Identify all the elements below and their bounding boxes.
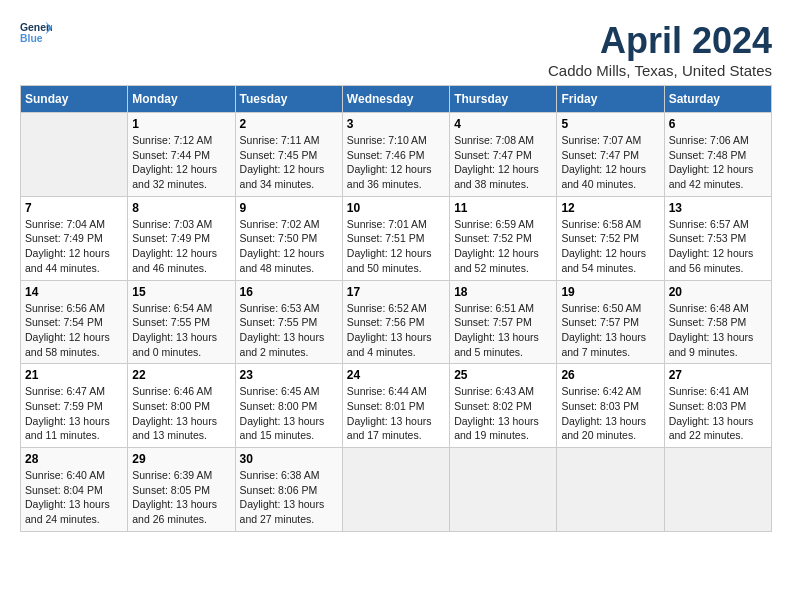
day-number: 19 [561,285,659,299]
day-number: 22 [132,368,230,382]
day-number: 30 [240,452,338,466]
table-row: 13Sunrise: 6:57 AM Sunset: 7:53 PM Dayli… [664,196,771,280]
col-wednesday: Wednesday [342,86,449,113]
table-row: 6Sunrise: 7:06 AM Sunset: 7:48 PM Daylig… [664,113,771,197]
table-row [450,448,557,532]
cell-info: Sunrise: 6:52 AM Sunset: 7:56 PM Dayligh… [347,301,445,360]
day-number: 2 [240,117,338,131]
table-row: 11Sunrise: 6:59 AM Sunset: 7:52 PM Dayli… [450,196,557,280]
table-row: 25Sunrise: 6:43 AM Sunset: 8:02 PM Dayli… [450,364,557,448]
cell-info: Sunrise: 6:56 AM Sunset: 7:54 PM Dayligh… [25,301,123,360]
cell-info: Sunrise: 7:01 AM Sunset: 7:51 PM Dayligh… [347,217,445,276]
day-number: 1 [132,117,230,131]
cell-info: Sunrise: 6:47 AM Sunset: 7:59 PM Dayligh… [25,384,123,443]
page-header: General Blue April 2024 Caddo Mills, Tex… [20,20,772,79]
day-number: 5 [561,117,659,131]
day-number: 27 [669,368,767,382]
table-row: 3Sunrise: 7:10 AM Sunset: 7:46 PM Daylig… [342,113,449,197]
cell-info: Sunrise: 7:12 AM Sunset: 7:44 PM Dayligh… [132,133,230,192]
calendar-week-row: 28Sunrise: 6:40 AM Sunset: 8:04 PM Dayli… [21,448,772,532]
general-blue-logo-icon: General Blue [20,20,52,48]
col-tuesday: Tuesday [235,86,342,113]
title-area: April 2024 Caddo Mills, Texas, United St… [548,20,772,79]
cell-info: Sunrise: 6:51 AM Sunset: 7:57 PM Dayligh… [454,301,552,360]
svg-text:Blue: Blue [20,33,43,44]
col-thursday: Thursday [450,86,557,113]
table-row: 27Sunrise: 6:41 AM Sunset: 8:03 PM Dayli… [664,364,771,448]
cell-info: Sunrise: 7:02 AM Sunset: 7:50 PM Dayligh… [240,217,338,276]
table-row: 14Sunrise: 6:56 AM Sunset: 7:54 PM Dayli… [21,280,128,364]
cell-info: Sunrise: 6:50 AM Sunset: 7:57 PM Dayligh… [561,301,659,360]
cell-info: Sunrise: 6:43 AM Sunset: 8:02 PM Dayligh… [454,384,552,443]
table-row: 26Sunrise: 6:42 AM Sunset: 8:03 PM Dayli… [557,364,664,448]
table-row: 17Sunrise: 6:52 AM Sunset: 7:56 PM Dayli… [342,280,449,364]
table-row: 9Sunrise: 7:02 AM Sunset: 7:50 PM Daylig… [235,196,342,280]
cell-info: Sunrise: 6:38 AM Sunset: 8:06 PM Dayligh… [240,468,338,527]
calendar-week-row: 21Sunrise: 6:47 AM Sunset: 7:59 PM Dayli… [21,364,772,448]
calendar-subtitle: Caddo Mills, Texas, United States [548,62,772,79]
table-row [342,448,449,532]
calendar-title: April 2024 [548,20,772,62]
cell-info: Sunrise: 6:48 AM Sunset: 7:58 PM Dayligh… [669,301,767,360]
logo-area: General Blue [20,20,56,48]
table-row: 22Sunrise: 6:46 AM Sunset: 8:00 PM Dayli… [128,364,235,448]
table-row: 18Sunrise: 6:51 AM Sunset: 7:57 PM Dayli… [450,280,557,364]
table-row [664,448,771,532]
day-number: 6 [669,117,767,131]
table-row: 4Sunrise: 7:08 AM Sunset: 7:47 PM Daylig… [450,113,557,197]
cell-info: Sunrise: 6:40 AM Sunset: 8:04 PM Dayligh… [25,468,123,527]
calendar-week-row: 1Sunrise: 7:12 AM Sunset: 7:44 PM Daylig… [21,113,772,197]
cell-info: Sunrise: 6:57 AM Sunset: 7:53 PM Dayligh… [669,217,767,276]
table-row: 29Sunrise: 6:39 AM Sunset: 8:05 PM Dayli… [128,448,235,532]
cell-info: Sunrise: 6:41 AM Sunset: 8:03 PM Dayligh… [669,384,767,443]
calendar-header-row: Sunday Monday Tuesday Wednesday Thursday… [21,86,772,113]
day-number: 12 [561,201,659,215]
cell-info: Sunrise: 7:11 AM Sunset: 7:45 PM Dayligh… [240,133,338,192]
day-number: 11 [454,201,552,215]
calendar-week-row: 14Sunrise: 6:56 AM Sunset: 7:54 PM Dayli… [21,280,772,364]
table-row: 12Sunrise: 6:58 AM Sunset: 7:52 PM Dayli… [557,196,664,280]
day-number: 28 [25,452,123,466]
calendar-table: Sunday Monday Tuesday Wednesday Thursday… [20,85,772,532]
cell-info: Sunrise: 6:54 AM Sunset: 7:55 PM Dayligh… [132,301,230,360]
table-row: 8Sunrise: 7:03 AM Sunset: 7:49 PM Daylig… [128,196,235,280]
table-row: 28Sunrise: 6:40 AM Sunset: 8:04 PM Dayli… [21,448,128,532]
day-number: 9 [240,201,338,215]
cell-info: Sunrise: 6:46 AM Sunset: 8:00 PM Dayligh… [132,384,230,443]
table-row: 10Sunrise: 7:01 AM Sunset: 7:51 PM Dayli… [342,196,449,280]
calendar-week-row: 7Sunrise: 7:04 AM Sunset: 7:49 PM Daylig… [21,196,772,280]
day-number: 8 [132,201,230,215]
table-row: 7Sunrise: 7:04 AM Sunset: 7:49 PM Daylig… [21,196,128,280]
day-number: 14 [25,285,123,299]
cell-info: Sunrise: 6:45 AM Sunset: 8:00 PM Dayligh… [240,384,338,443]
day-number: 17 [347,285,445,299]
day-number: 7 [25,201,123,215]
col-sunday: Sunday [21,86,128,113]
cell-info: Sunrise: 6:53 AM Sunset: 7:55 PM Dayligh… [240,301,338,360]
day-number: 15 [132,285,230,299]
table-row: 15Sunrise: 6:54 AM Sunset: 7:55 PM Dayli… [128,280,235,364]
cell-info: Sunrise: 6:42 AM Sunset: 8:03 PM Dayligh… [561,384,659,443]
table-row: 23Sunrise: 6:45 AM Sunset: 8:00 PM Dayli… [235,364,342,448]
table-row [21,113,128,197]
day-number: 3 [347,117,445,131]
cell-info: Sunrise: 7:08 AM Sunset: 7:47 PM Dayligh… [454,133,552,192]
day-number: 10 [347,201,445,215]
cell-info: Sunrise: 7:06 AM Sunset: 7:48 PM Dayligh… [669,133,767,192]
col-friday: Friday [557,86,664,113]
table-row: 1Sunrise: 7:12 AM Sunset: 7:44 PM Daylig… [128,113,235,197]
col-monday: Monday [128,86,235,113]
table-row: 19Sunrise: 6:50 AM Sunset: 7:57 PM Dayli… [557,280,664,364]
table-row: 21Sunrise: 6:47 AM Sunset: 7:59 PM Dayli… [21,364,128,448]
day-number: 26 [561,368,659,382]
day-number: 16 [240,285,338,299]
day-number: 4 [454,117,552,131]
table-row [557,448,664,532]
table-row: 24Sunrise: 6:44 AM Sunset: 8:01 PM Dayli… [342,364,449,448]
cell-info: Sunrise: 7:04 AM Sunset: 7:49 PM Dayligh… [25,217,123,276]
cell-info: Sunrise: 7:10 AM Sunset: 7:46 PM Dayligh… [347,133,445,192]
day-number: 23 [240,368,338,382]
table-row: 30Sunrise: 6:38 AM Sunset: 8:06 PM Dayli… [235,448,342,532]
table-row: 20Sunrise: 6:48 AM Sunset: 7:58 PM Dayli… [664,280,771,364]
table-row: 2Sunrise: 7:11 AM Sunset: 7:45 PM Daylig… [235,113,342,197]
